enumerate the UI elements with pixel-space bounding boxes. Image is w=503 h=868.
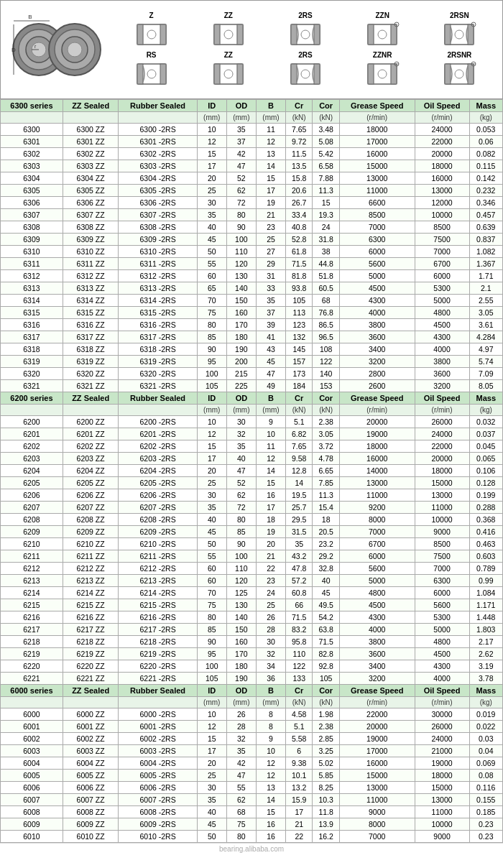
table-row: 63116311 ZZ6311 -2RS551202971.544.856006… [1, 258, 503, 270]
table-row: 63136313 ZZ6313 -2RS651403393.860.545005… [1, 282, 503, 295]
table-row: 60096009 ZZ6009 -2RS4575162113.980001000… [1, 818, 503, 831]
svg-text:D: D [11, 47, 16, 53]
col-os-6300: Oil Speed [415, 100, 469, 112]
table-row: 62056205 ZZ6205 -2RS255215147.8513000150… [1, 477, 503, 489]
table-row: 63016301 ZZ6301 -2RS1237129.725.08170002… [1, 136, 503, 148]
diagram-z: Z [114, 11, 188, 48]
table-row: 62126212 ZZ6212 -2RS601102247.832.856007… [1, 563, 503, 575]
svg-point-28 [301, 30, 310, 39]
table-row: 60086008 ZZ6008 -2RS4068151711.890001100… [1, 806, 503, 818]
zz-label-6300: ZZ Sealed [63, 100, 119, 112]
table-row: 62066206 ZZ6206 -2RS30621619.511.3110001… [1, 489, 503, 502]
table-row: 62136213 ZZ6213 -2RS601202357.2405000630… [1, 575, 503, 587]
diagram-2rsn: 2RSN [423, 11, 497, 48]
svg-rect-46 [214, 64, 220, 84]
table-row: 62076207 ZZ6207 -2RS35721725.715.4920011… [1, 502, 503, 514]
table-row: 63156315 ZZ6315 -2RS751603711376.8400048… [1, 307, 503, 319]
col-gs-6300: Grease Speed [339, 100, 415, 112]
svg-rect-52 [291, 64, 297, 84]
table-row: 62036203 ZZ6203 -2RS1740129.584.78160002… [1, 453, 503, 465]
svg-rect-65 [468, 64, 474, 84]
svg-rect-37 [445, 24, 451, 45]
bearing-table: 6300 series ZZ Sealed Rubber Sealed ID O… [0, 99, 503, 843]
table-row: 63056305 ZZ6305 -2RS25621720.611.3110001… [1, 185, 503, 197]
table-row: 60006000 ZZ6000 -2RS102684.581.982200030… [1, 708, 503, 721]
table-row: 63176317 ZZ6317 -2RS851804113296.5360043… [1, 331, 503, 343]
table-row: 63186318 ZZ6318 -2RS90190431451083400400… [1, 343, 503, 356]
table-row: 63076307 ZZ6307 -2RS35802133.419.3850010… [1, 209, 503, 221]
table-row: 62146214 ZZ6214 -2RS701252460.8454800600… [1, 587, 503, 599]
svg-point-39 [455, 30, 463, 39]
diagram-zz: ZZ [191, 11, 265, 48]
diagram-zz2: ZZ [191, 51, 265, 88]
table-row: 62116211 ZZ6211 -2RS551002143.229.260007… [1, 550, 503, 563]
table-row: 63086308 ZZ6308 -2RS40902340.82470008500… [1, 221, 503, 234]
table-row: 63026302 ZZ6302 -2RS15421311.55.42160002… [1, 148, 503, 160]
top-section: B D r Z ZZ [0, 0, 503, 99]
table-row: 60036003 ZZ6003 -2RS17351063.25170002100… [1, 745, 503, 757]
svg-point-22 [224, 30, 233, 39]
svg-rect-64 [445, 64, 451, 84]
svg-rect-31 [391, 24, 397, 45]
series-6300-label: 6300 series [1, 100, 63, 112]
series-6000-header: 6000 series ZZ Sealed Rubber Sealed ID O… [1, 685, 503, 697]
table-row: 60066006 ZZ6006 -2RS30551313.28.25130001… [1, 782, 503, 794]
table-row: 62186218 ZZ6218 -2RS901603095.871.538004… [1, 636, 503, 648]
diagram-2rs2: 2RS [268, 51, 342, 88]
svg-rect-26 [291, 24, 297, 45]
table-row: 60026002 ZZ6002 -2RS153295.582.851900024… [1, 733, 503, 745]
table-row: 60106010 ZZ6010 -2RS5080162216.270009000… [1, 831, 503, 843]
series-6000-label: 6000 series [1, 685, 63, 697]
bearing-photo: B D r [6, 6, 107, 93]
table-row: 63096309 ZZ6309 -2RS451002552.831.863007… [1, 234, 503, 246]
svg-point-66 [455, 70, 463, 78]
table-row: 62216221 ZZ6221 -2RS10519036133105320040… [1, 673, 503, 685]
svg-point-58 [378, 70, 387, 78]
unit-row-6200: (mm) (mm) (mm) (kN) (kN) (r/min) (r/min)… [1, 405, 503, 416]
svg-rect-38 [468, 24, 474, 45]
svg-rect-56 [368, 64, 374, 84]
table-row: 63046304 ZZ6304 -2RS20521515.87.88130001… [1, 172, 503, 185]
col-mass-6300: Mass [469, 100, 502, 112]
table-row: 63166316 ZZ6316 -2RS801703912386.5380045… [1, 319, 503, 331]
unit-row-6000: (mm) (mm) (mm) (kN) (kN) (r/min) (r/min)… [1, 697, 503, 708]
table-row: 62156215 ZZ6215 -2RS75130256649.54500560… [1, 599, 503, 611]
svg-rect-20 [214, 24, 220, 45]
svg-rect-27 [314, 24, 320, 45]
table-row: 60046004 ZZ6004 -2RS2042129.385.02160001… [1, 757, 503, 770]
table-row: 60016001 ZZ6001 -2RS122885.12.3820000260… [1, 721, 503, 733]
table-row: 60076007 ZZ6007 -2RS35621415.910.3110001… [1, 794, 503, 806]
table-row: 63216321 ZZ6321 -2RS10522549184153260032… [1, 380, 503, 392]
table-row: 62026202 ZZ6202 -2RS1535117.653.72180002… [1, 440, 503, 453]
svg-rect-15 [137, 24, 143, 45]
col-cr-6300: Cr [286, 100, 313, 112]
table-row: 63206320 ZZ6320 -2RS10021547173140280036… [1, 368, 503, 380]
table-row: 62096209 ZZ6209 -2RS45851931.520.5700090… [1, 526, 503, 538]
svg-rect-43 [160, 64, 166, 84]
table-row: 62166216 ZZ6216 -2RS801402671.554.243005… [1, 611, 503, 624]
diagram-zznr: ZZNR [346, 51, 420, 88]
table-row: 63066306 ZZ6306 -2RS30721926.71566001200… [1, 197, 503, 209]
diagram-2rsnr: 2RSNR [423, 51, 497, 88]
svg-point-32 [378, 30, 387, 39]
table-row: 62016201 ZZ6201 -2RS1232106.823.05190002… [1, 428, 503, 440]
table-row: 63196319 ZZ6319 -2RS95200451571223200380… [1, 356, 503, 368]
table-row: 62006200 ZZ6200 -2RS103095.12.3820000260… [1, 416, 503, 428]
table-row: 62046204 ZZ6204 -2RS20471412.86.65140001… [1, 465, 503, 477]
table-row: 62196219 ZZ6219 -2RS951703211082.8360045… [1, 648, 503, 660]
table-row: 62206220 ZZ6220 -2RS1001803412292.834004… [1, 660, 503, 673]
svg-rect-53 [314, 64, 320, 84]
table-row: 60056005 ZZ6005 -2RS25471210.15.85150001… [1, 770, 503, 782]
svg-rect-42 [137, 64, 143, 84]
svg-point-7 [68, 42, 82, 57]
table-row: 62086208 ZZ6208 -2RS40801829.51880001000… [1, 514, 503, 526]
unit-row-6300: (mm) (mm) (mm) (kN) (kN) (r/min) (r/min)… [1, 112, 503, 124]
diagram-2rs: 2RS [268, 11, 342, 48]
svg-rect-47 [237, 64, 243, 84]
svg-rect-57 [391, 64, 397, 84]
diagram-rs: RS [114, 51, 188, 88]
table-row: 63146314 ZZ6314 -2RS70150351056843005000… [1, 295, 503, 307]
table-row: 63126312 ZZ6312 -2RS601303181.851.850006… [1, 270, 503, 282]
svg-text:B: B [28, 14, 32, 20]
series-6300-header: 6300 series ZZ Sealed Rubber Sealed ID O… [1, 100, 503, 112]
